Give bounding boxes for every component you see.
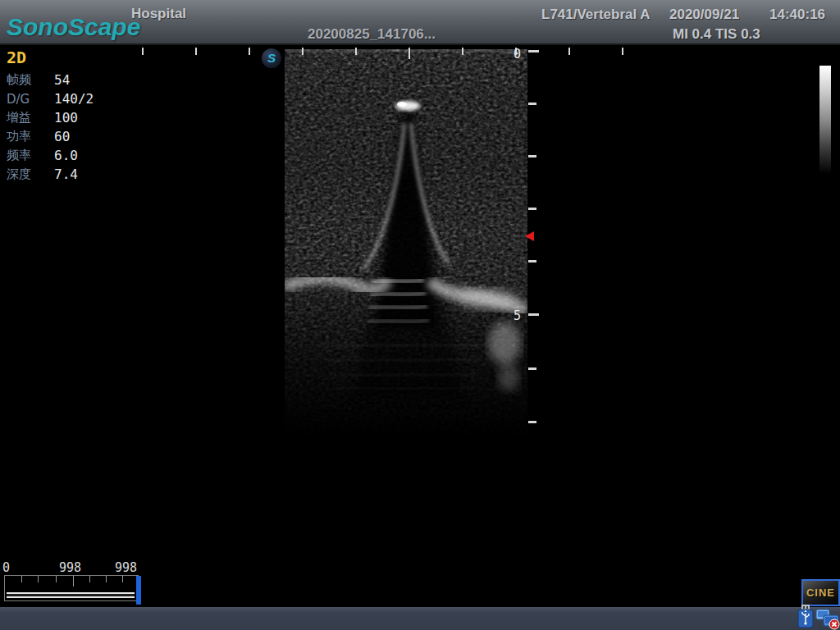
focus-position-marker[interactable] <box>525 231 534 241</box>
width-ruler-tick <box>622 48 623 55</box>
param-row-framerate: 帧频 54 <box>7 71 94 89</box>
width-ruler-tick <box>142 48 144 55</box>
cine-total-frames: 998 <box>115 560 137 575</box>
param-value: 100 <box>54 110 78 126</box>
cine-position-thumb[interactable] <box>136 576 141 605</box>
exam-date: 2020/09/21 <box>669 7 739 23</box>
hospital-name: Hospital <box>131 6 186 22</box>
param-value: 60 <box>54 129 70 144</box>
mode-label: 2D <box>7 48 94 67</box>
usb-device-icon[interactable] <box>797 605 815 629</box>
cine-current-frame: 998 <box>59 560 81 575</box>
cine-start-frame: 0 <box>2 560 10 575</box>
width-ruler-tick <box>462 48 463 55</box>
param-row-depth: 深度 7.4 <box>7 165 94 184</box>
depth-ruler-tick <box>528 260 536 262</box>
cine-tick <box>106 576 107 582</box>
param-value: 6.0 <box>54 148 78 163</box>
depth-ruler-five-label: 5 <box>514 308 521 323</box>
cine-button[interactable]: CINE <box>801 579 840 606</box>
acoustic-indices: MI 0.4 TIS 0.3 <box>673 26 760 43</box>
param-row-frequency: 频率 6.0 <box>7 146 94 165</box>
network-disconnected-icon[interactable] <box>815 609 840 630</box>
param-value: 7.4 <box>54 167 78 182</box>
depth-ruler-tick <box>528 368 536 370</box>
width-ruler-tick <box>568 48 570 55</box>
width-ruler-tick <box>249 48 250 55</box>
cine-track[interactable] <box>7 592 135 598</box>
param-value: 54 <box>54 72 70 88</box>
status-taskbar <box>0 607 840 630</box>
depth-ruler-tick <box>528 421 536 423</box>
ultrasound-screen: SonoScape Hospital L741/Vertebral A 2020… <box>0 0 840 630</box>
cine-tick <box>89 576 90 582</box>
depth-ruler-tick <box>528 50 539 52</box>
param-value: 140/2 <box>54 91 94 107</box>
param-label: 帧频 <box>7 72 54 88</box>
param-label: 增益 <box>7 110 54 126</box>
depth-ruler-tick <box>528 313 539 316</box>
cine-tick <box>38 576 39 582</box>
header-bar: SonoScape Hospital L741/Vertebral A 2020… <box>0 0 840 45</box>
cine-center-tick <box>73 576 74 587</box>
cine-tick <box>56 576 57 582</box>
grayscale-bar <box>819 66 831 174</box>
width-ruler-tick <box>355 48 357 55</box>
depth-ruler-zero-label: 0 <box>514 47 521 62</box>
ultrasound-image <box>285 49 527 443</box>
clock: 14:40:16 <box>769 7 825 23</box>
cine-scrollbar[interactable] <box>4 575 139 601</box>
exam-id: 20200825_141706... <box>308 26 436 43</box>
param-row-gain: 增益 100 <box>7 108 94 127</box>
width-ruler-center-tick <box>409 48 410 59</box>
probe-preset: L741/Vertebral A <box>541 7 651 23</box>
width-ruler-tick <box>195 48 197 55</box>
depth-ruler-tick <box>528 155 536 158</box>
param-label: 功率 <box>7 129 54 144</box>
param-label: D/G <box>7 92 54 107</box>
parameter-panel: 2D 帧频 54 D/G 140/2 增益 100 功率 60 频率 6.0 深… <box>7 48 94 184</box>
param-row-dg: D/G 140/2 <box>7 89 94 108</box>
param-label: 频率 <box>7 148 54 163</box>
brand-logo: SonoScape <box>7 13 140 41</box>
param-label: 深度 <box>7 167 54 182</box>
param-row-power: 功率 60 <box>7 127 94 146</box>
depth-ruler-tick <box>528 208 536 210</box>
depth-ruler-tick <box>528 103 536 105</box>
cine-tick <box>122 576 123 582</box>
cine-tick <box>21 576 22 582</box>
width-ruler-tick <box>302 48 304 55</box>
orientation-mark-icon: S <box>262 48 281 68</box>
